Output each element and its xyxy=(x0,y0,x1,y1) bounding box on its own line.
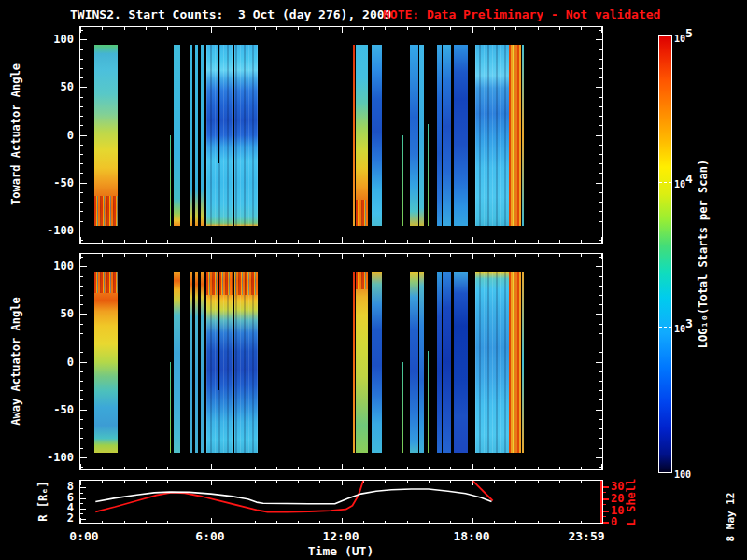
tick-mark xyxy=(255,254,256,257)
tick-mark xyxy=(124,467,125,469)
y-tick-label: 50 xyxy=(36,307,74,320)
tick-mark xyxy=(342,254,343,259)
tick-mark xyxy=(276,254,277,257)
preliminary-note: NOTE: Data Preliminary - Not validated xyxy=(383,7,660,21)
away-y-axis-label: Away Actuator Angle xyxy=(9,297,22,425)
colorbar-tick-label: 104 xyxy=(674,174,693,191)
tick-mark xyxy=(450,240,451,243)
spectrogram-block xyxy=(454,272,468,453)
tick-mark xyxy=(276,467,277,469)
tick-mark xyxy=(599,116,602,117)
tick-mark xyxy=(233,240,233,243)
tick-mark xyxy=(599,49,602,50)
tick-mark xyxy=(80,68,83,69)
tick-mark xyxy=(538,240,539,243)
spectrogram-block xyxy=(522,272,524,453)
tick-mark xyxy=(515,240,516,243)
tick-mark xyxy=(596,87,602,88)
tick-mark xyxy=(80,324,83,325)
tick-mark xyxy=(80,295,83,296)
tick-mark xyxy=(211,254,212,259)
tick-mark xyxy=(80,410,87,411)
spectrogram-block xyxy=(509,45,520,226)
tick-mark xyxy=(233,27,233,30)
y-tick-label: -100 xyxy=(36,451,74,464)
tick-mark xyxy=(559,467,560,469)
tick-mark xyxy=(599,381,602,382)
tick-mark xyxy=(255,467,256,469)
tick-mark xyxy=(80,59,83,60)
tick-mark xyxy=(80,163,83,164)
tick-mark xyxy=(599,68,602,69)
stripe-overlay xyxy=(475,272,510,453)
orbit-lines xyxy=(80,481,602,523)
l-shell-minor-tick xyxy=(603,492,606,493)
tick-mark xyxy=(599,333,602,334)
tick-mark xyxy=(599,276,602,277)
tick-mark xyxy=(80,314,87,315)
tick-mark xyxy=(596,39,602,40)
spectrogram-block xyxy=(428,351,429,453)
spectrogram-block xyxy=(218,45,219,163)
tick-mark xyxy=(255,240,256,243)
tick-mark xyxy=(599,145,602,146)
tick-mark xyxy=(515,467,516,469)
tick-mark xyxy=(80,183,87,184)
stripe-overlay xyxy=(206,45,258,226)
l-shell-tick xyxy=(603,522,609,524)
tick-mark xyxy=(146,467,147,469)
time-tick-label: 18:00 xyxy=(453,530,489,543)
mottle-overlay xyxy=(356,200,368,225)
spectrogram-block xyxy=(419,272,424,453)
tick-mark xyxy=(298,27,299,30)
tick-mark xyxy=(599,77,602,78)
mottle-overlay xyxy=(356,272,368,289)
tick-mark xyxy=(167,240,168,243)
tick-mark xyxy=(80,362,87,363)
spectrogram-block xyxy=(233,45,234,226)
time-axis-label: Time (UT) xyxy=(308,545,374,558)
spectrogram-block xyxy=(443,272,451,453)
tick-mark xyxy=(596,410,602,411)
tick-mark xyxy=(472,254,473,259)
tick-mark xyxy=(599,240,602,241)
tick-mark xyxy=(80,30,83,31)
y-tick-label: 0 xyxy=(36,129,74,142)
tick-mark xyxy=(233,467,233,469)
tick-mark xyxy=(124,254,125,257)
date-stamp: 8 May 12 xyxy=(725,493,737,542)
tick-mark xyxy=(599,211,602,212)
tick-mark xyxy=(599,352,602,353)
tick-mark xyxy=(581,240,582,243)
tick-mark xyxy=(80,343,83,343)
spectrogram-block xyxy=(233,272,234,453)
tick-mark xyxy=(80,467,83,468)
spectrogram-block xyxy=(410,272,418,453)
tick-mark xyxy=(80,371,83,372)
r-tick-label: 2 xyxy=(55,511,74,525)
tick-mark xyxy=(80,419,83,420)
plot-title: TWINS2. Start Counts: 3 Oct (day 276), 2… xyxy=(70,7,391,21)
tick-mark xyxy=(80,135,87,136)
colorbar-label: LOG₁₀(Total Starts per Scan) xyxy=(697,160,710,348)
colorbar-tick-label: 103 xyxy=(674,318,693,336)
tick-mark xyxy=(599,295,602,296)
tick-mark xyxy=(167,254,168,257)
tick-mark xyxy=(599,324,602,325)
tick-mark xyxy=(494,467,495,469)
tick-mark xyxy=(80,304,83,305)
tick-mark xyxy=(190,27,190,30)
spectrogram-block xyxy=(428,124,429,226)
spectrogram-block xyxy=(195,45,198,226)
tick-mark xyxy=(80,106,83,107)
tick-mark xyxy=(599,125,602,126)
tick-mark xyxy=(102,27,103,30)
tick-mark xyxy=(599,163,602,164)
tick-mark xyxy=(80,125,83,126)
tick-mark xyxy=(102,254,103,257)
colorbar-tick-label: 100 xyxy=(674,464,691,482)
colorbar-tick-label: 105 xyxy=(674,28,693,46)
tick-mark xyxy=(80,381,83,382)
tick-mark xyxy=(363,27,364,30)
tick-mark xyxy=(599,257,602,258)
